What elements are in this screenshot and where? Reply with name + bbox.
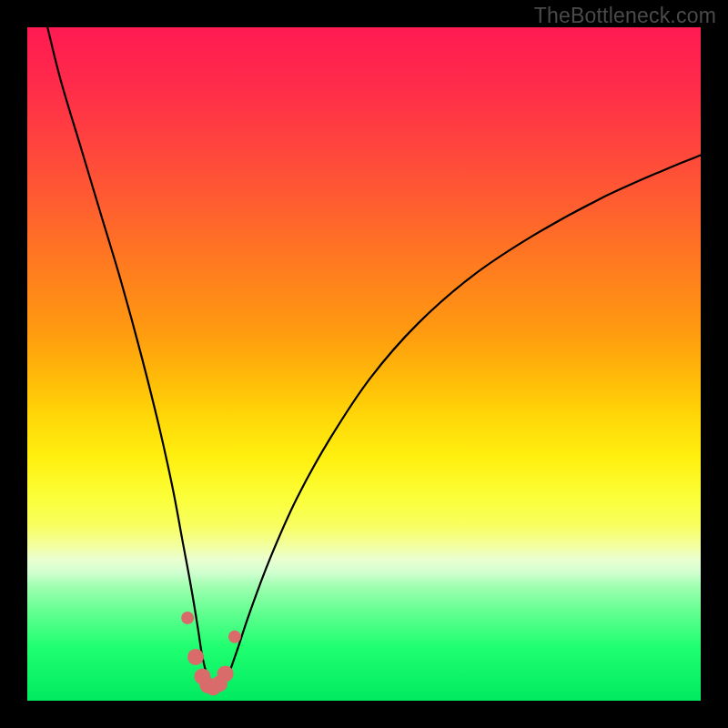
watermark-text: TheBottleneck.com [534, 4, 716, 28]
marker-dot [181, 612, 194, 624]
curve-path [47, 27, 701, 688]
marker-dot [187, 649, 204, 665]
chart-frame: TheBottleneck.com [0, 0, 728, 728]
bottleneck-curve [27, 27, 701, 701]
marker-group [181, 612, 241, 695]
plot-area [27, 27, 701, 701]
marker-dot [228, 631, 241, 643]
marker-dot [217, 665, 234, 682]
